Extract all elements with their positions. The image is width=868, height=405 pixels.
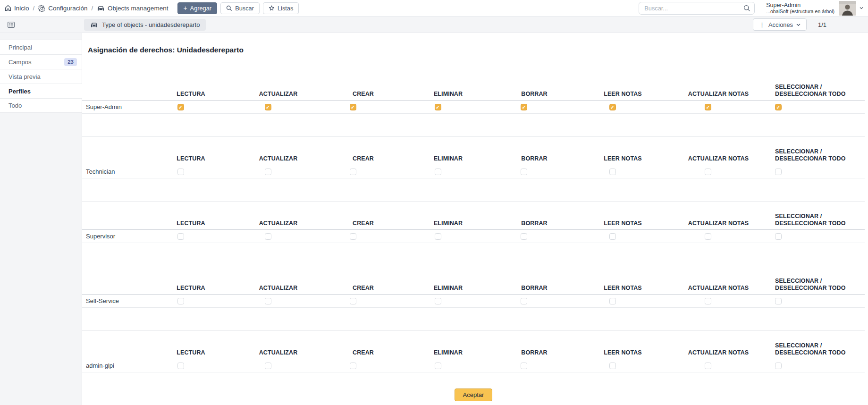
select-all-checkbox[interactable] [775, 169, 782, 175]
permission-cell [492, 165, 577, 178]
permission-checkbox[interactable] [609, 363, 616, 369]
permission-checkbox[interactable] [435, 104, 441, 110]
star-icon [269, 5, 275, 11]
permission-checkbox[interactable] [177, 298, 184, 304]
permission-checkbox[interactable] [609, 298, 616, 304]
permission-checkbox[interactable] [265, 104, 271, 110]
chevron-down-icon [796, 23, 801, 26]
sidebar-item-perfiles[interactable]: Perfiles [0, 84, 82, 98]
search-icon[interactable] [743, 5, 750, 12]
permission-checkbox[interactable] [521, 298, 527, 304]
sidebar-item-vista-previa[interactable]: Vista previa [0, 69, 82, 84]
avatar[interactable] [839, 1, 856, 16]
object-type-chip[interactable]: Type of objects - unidadesdereparto [84, 19, 206, 31]
sidebar-item-todo[interactable]: Todo [0, 98, 82, 113]
lists-button[interactable]: Listas [263, 2, 299, 14]
profile-name: admin-glpi [82, 359, 147, 372]
user-menu[interactable]: Super-Admin ...obalSoft (estructura en á… [766, 1, 863, 16]
user-entity: ...obalSoft (estructura en árbol) [766, 8, 834, 14]
select-all-checkbox[interactable] [775, 298, 782, 304]
permission-cell [405, 101, 492, 114]
permission-cell [322, 165, 405, 178]
permission-checkbox[interactable] [435, 298, 441, 304]
permission-cell [492, 101, 577, 114]
sidebar-item-campos[interactable]: Campos23 [0, 54, 82, 69]
permission-column-header: BORRAR [492, 266, 577, 295]
permission-cell [768, 359, 865, 372]
permission-checkbox[interactable] [177, 169, 184, 175]
accept-button[interactable]: Aceptar [455, 388, 493, 401]
sidebar-item-principal[interactable]: Principal [0, 40, 82, 54]
search-button[interactable]: Buscar [220, 2, 260, 14]
permission-checkbox[interactable] [435, 169, 441, 175]
permission-cell [322, 101, 405, 114]
breadcrumb-item-configuracion[interactable]: Configuración [38, 5, 87, 12]
select-all-column-header: SELECCIONAR /DESELECCIONAR TODO [768, 72, 865, 101]
permissions-table: LECTURAACTUALIZARCREARELIMINARBORRARLEER… [82, 202, 865, 243]
permission-checkbox[interactable] [521, 363, 527, 369]
permission-cell [492, 230, 577, 243]
permission-checkbox[interactable] [435, 363, 441, 369]
permission-checkbox[interactable] [177, 233, 184, 240]
permission-cell [405, 165, 492, 178]
permission-checkbox[interactable] [521, 104, 527, 110]
sidebar-filler [0, 113, 82, 405]
permission-column-header: LEER NOTAS [577, 202, 669, 230]
permission-checkbox[interactable] [705, 169, 711, 175]
breadcrumb-item-inicio[interactable]: Inicio [5, 5, 29, 12]
permission-column-header: ELIMINAR [405, 72, 492, 101]
permission-column-header: ACTUALIZAR NOTAS [669, 202, 768, 230]
permission-column-header: ACTUALIZAR [235, 72, 322, 101]
select-all-checkbox[interactable] [775, 363, 782, 369]
permission-cell [235, 101, 322, 114]
permission-column-header: LECTURA [147, 266, 235, 295]
permission-checkbox[interactable] [265, 169, 271, 175]
profile-row: Self-Service [82, 295, 865, 308]
permission-checkbox[interactable] [350, 298, 356, 304]
permission-cell [577, 101, 669, 114]
sidebar-toggle-icon[interactable] [8, 22, 15, 28]
permission-checkbox[interactable] [609, 169, 616, 175]
permissions-header-row: LECTURAACTUALIZARCREARELIMINARBORRARLEER… [82, 72, 865, 101]
profile-column-header [82, 331, 147, 359]
permission-column-header: ELIMINAR [405, 137, 492, 165]
permission-checkbox[interactable] [177, 104, 184, 110]
permission-checkbox[interactable] [350, 363, 356, 369]
permission-checkbox[interactable] [705, 363, 711, 369]
permission-checkbox[interactable] [609, 104, 616, 110]
permission-cell [577, 165, 669, 178]
permission-checkbox[interactable] [265, 298, 271, 304]
permission-cell [322, 230, 405, 243]
add-button[interactable]: + Agregar [177, 2, 217, 14]
permission-checkbox[interactable] [265, 233, 271, 240]
permission-checkbox[interactable] [350, 169, 356, 175]
permission-checkbox[interactable] [435, 233, 441, 240]
permission-checkbox[interactable] [177, 363, 184, 369]
sidebar-item-label: Perfiles [8, 88, 31, 95]
permission-cell [235, 165, 322, 178]
permission-checkbox[interactable] [350, 233, 356, 240]
permission-checkbox[interactable] [265, 363, 271, 369]
permission-cell [147, 230, 235, 243]
permission-column-header: CREAR [322, 137, 405, 165]
permission-checkbox[interactable] [705, 298, 711, 304]
permission-checkbox[interactable] [521, 233, 527, 240]
breadcrumb-item-objects-management[interactable]: Objects management [97, 5, 168, 12]
permission-checkbox[interactable] [521, 169, 527, 175]
permission-checkbox[interactable] [609, 233, 616, 240]
permission-column-header: ELIMINAR [405, 202, 492, 230]
select-all-checkbox[interactable] [775, 104, 782, 110]
permission-cell [768, 165, 865, 178]
permission-checkbox[interactable] [705, 233, 711, 240]
pagination-counter: 1/1 [818, 21, 826, 28]
select-all-column-header: SELECCIONAR /DESELECCIONAR TODO [768, 266, 865, 295]
profile-row: admin-glpi [82, 359, 865, 372]
global-search-input[interactable] [639, 2, 755, 15]
actions-dropdown-button[interactable]: ⋮ Acciones [753, 18, 807, 31]
permission-checkbox[interactable] [705, 104, 711, 110]
sidebar-item-label: Principal [8, 44, 32, 51]
select-all-checkbox[interactable] [775, 233, 782, 240]
permission-checkbox[interactable] [350, 104, 356, 110]
permission-column-header: ELIMINAR [405, 266, 492, 295]
search-icon [226, 5, 232, 11]
